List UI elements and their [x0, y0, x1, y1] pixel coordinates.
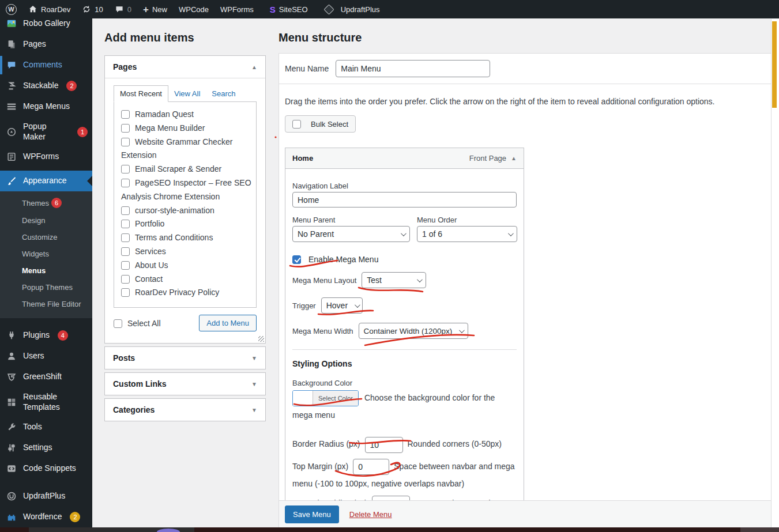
delete-menu-link[interactable]: Delete Menu: [349, 510, 392, 519]
menu-structure-title: Menu structure: [279, 31, 362, 44]
sidebar-item-wordfence[interactable]: Wordfence 2: [0, 507, 92, 527]
sidebar-item-plugins[interactable]: Plugins 4: [0, 325, 92, 346]
page-checkbox-item[interactable]: Website Grammar Checker Extension: [121, 135, 254, 163]
select-all[interactable]: Select All: [114, 319, 161, 328]
enable-mega-menu-checkbox[interactable]: [292, 255, 301, 264]
sidebar-item-stackable[interactable]: Stackable 2: [0, 76, 92, 96]
updraftplus-menu[interactable]: UpdraftPlus: [319, 0, 386, 18]
page-checkbox-item[interactable]: About Us: [121, 259, 254, 273]
top-margin-input[interactable]: [353, 459, 389, 475]
wordpress-menu[interactable]: W: [0, 0, 22, 18]
sidebar-item-label: Popup Maker: [23, 122, 69, 142]
sidebar-item-robo-gallery[interactable]: Robo Gallery: [0, 18, 92, 34]
select-color-button[interactable]: Select Color: [313, 391, 358, 406]
resize-handle[interactable]: [258, 336, 264, 342]
checkbox[interactable]: [121, 233, 130, 242]
mega-menu-layout-select[interactable]: Test: [362, 272, 426, 288]
add-to-menu-button[interactable]: Add to Menu: [199, 315, 257, 331]
comments-menu[interactable]: 0: [109, 0, 137, 18]
menu-item-header[interactable]: Home Front Page ▲: [285, 148, 524, 169]
submenu-item-theme-file-editor[interactable]: Theme File Editor: [0, 296, 92, 312]
submenu-item-design[interactable]: Design: [0, 212, 92, 229]
sidebar-item-greenshift[interactable]: GreenShift: [0, 367, 92, 387]
mega-menu-width-select[interactable]: Container Width (1200px): [359, 323, 468, 339]
menu-order-select[interactable]: 1 of 6: [417, 226, 517, 242]
current-menu-notch: [87, 176, 92, 186]
sidebar-item-comments[interactable]: Comments: [0, 55, 92, 76]
updates-menu[interactable]: 10: [76, 0, 108, 18]
checkbox[interactable]: [121, 179, 130, 187]
pages-tabs: Most Recent View All Search: [114, 85, 257, 101]
scrollbar-thumb[interactable]: [772, 21, 777, 108]
sidebar-item-mega-menus[interactable]: Mega Menus: [0, 96, 92, 117]
tab-view-all[interactable]: View All: [168, 86, 206, 101]
page-checkbox-item[interactable]: Mega Menu Builder: [121, 122, 254, 135]
menu-name-input[interactable]: [336, 60, 490, 77]
taskbar-app-icon[interactable]: [157, 529, 180, 532]
wpforms-menu[interactable]: WPForms: [214, 0, 259, 18]
submenu-item-menus[interactable]: Menus: [0, 262, 92, 279]
siteseo-menu[interactable]: S SiteSEO: [264, 0, 314, 18]
checkbox[interactable]: [121, 138, 130, 146]
navigation-label-input[interactable]: [292, 192, 517, 207]
menu-structure-box: Menu Name Drag the items into the order …: [279, 53, 772, 527]
checkbox[interactable]: [121, 261, 130, 270]
enable-mega-menu-row[interactable]: Enable Mega Menu: [292, 255, 517, 264]
submenu-item-popup-themes[interactable]: Popup Themes: [0, 279, 92, 296]
tab-search[interactable]: Search: [206, 86, 241, 101]
posts-panel-header[interactable]: Posts ▼: [105, 347, 265, 369]
color-swatch[interactable]: [293, 391, 313, 406]
sidebar-item-pages[interactable]: Pages: [0, 34, 92, 55]
sidebar-item-appearance[interactable]: Appearance: [0, 171, 92, 191]
menu-parent-select[interactable]: No Parent: [292, 226, 410, 242]
page-item-label: Services: [135, 247, 166, 256]
trigger-select[interactable]: Hover: [321, 297, 363, 314]
submenu-item-customize[interactable]: Customize: [0, 229, 92, 246]
sidebar-item-tools[interactable]: Tools: [0, 417, 92, 437]
sidebar-item-users[interactable]: Users: [0, 346, 92, 367]
caret-up-icon[interactable]: ▲: [511, 155, 517, 161]
page-checkbox-item[interactable]: Services: [121, 245, 254, 259]
page-checkbox-item[interactable]: Contact: [121, 273, 254, 286]
sidebar-item-code-snippets[interactable]: Code Snippets: [0, 458, 92, 479]
wpcode-menu[interactable]: WPCode: [173, 0, 214, 18]
sidebar-item-popup-maker[interactable]: Popup Maker 1: [0, 117, 92, 146]
save-menu-button[interactable]: Save Menu: [285, 505, 339, 523]
page-checkbox-item[interactable]: PageSEO Inspector – Free SEO Analysis Ch…: [121, 176, 254, 204]
select-all-checkbox[interactable]: [114, 319, 122, 328]
checkbox[interactable]: [121, 124, 130, 133]
top-margin-row: Top Margin (px)Space between navbar and …: [292, 458, 517, 492]
page-checkbox-item[interactable]: Ramadan Quest: [121, 108, 254, 122]
checkbox[interactable]: [121, 110, 130, 119]
submenu-item-widgets[interactable]: Widgets: [0, 246, 92, 262]
checkbox[interactable]: [121, 247, 130, 256]
page-checkbox-item[interactable]: Portfolio: [121, 217, 254, 231]
page-checkbox-item[interactable]: cursor-style-animation: [121, 204, 254, 218]
bulk-select-toggle[interactable]: Bulk Select: [285, 115, 356, 133]
trigger-row: Trigger Hover: [292, 297, 517, 314]
border-radius-input[interactable]: [365, 437, 403, 453]
new-content-menu[interactable]: + New: [137, 0, 173, 18]
sidebar-item-label: UpdraftPlus: [23, 491, 65, 501]
sidebar-item-updraftplus[interactable]: UpdraftPlus: [0, 486, 92, 507]
page-checkbox-item[interactable]: Email Scraper & Sender: [121, 163, 254, 176]
checkbox[interactable]: [121, 275, 130, 284]
sidebar-item-reusable-templates[interactable]: Reusable Templates: [0, 387, 92, 417]
page-checkbox-item[interactable]: RoarDev Privacy Policy: [121, 286, 254, 300]
color-picker[interactable]: Select Color: [292, 390, 359, 406]
pages-panel-header[interactable]: Pages ▲: [105, 56, 265, 78]
tab-most-recent[interactable]: Most Recent: [114, 85, 168, 102]
sidebar-item-wpforms[interactable]: WPForms: [0, 146, 92, 167]
site-name-menu[interactable]: RoarDev: [22, 0, 76, 18]
bulk-select-checkbox[interactable]: [292, 120, 301, 129]
page-checkbox-item[interactable]: Terms and Conditions: [121, 231, 254, 245]
checkbox[interactable]: [121, 206, 130, 215]
categories-panel-header[interactable]: Categories ▼: [105, 399, 265, 421]
sidebar-item-settings[interactable]: Settings: [0, 437, 92, 458]
submenu-item-themes[interactable]: Themes 6: [0, 194, 92, 212]
checkbox[interactable]: [121, 165, 130, 173]
page-scrollbar[interactable]: [771, 19, 779, 527]
checkbox[interactable]: [121, 288, 130, 297]
checkbox[interactable]: [121, 220, 130, 228]
custom-links-panel-header[interactable]: Custom Links ▼: [105, 373, 265, 395]
